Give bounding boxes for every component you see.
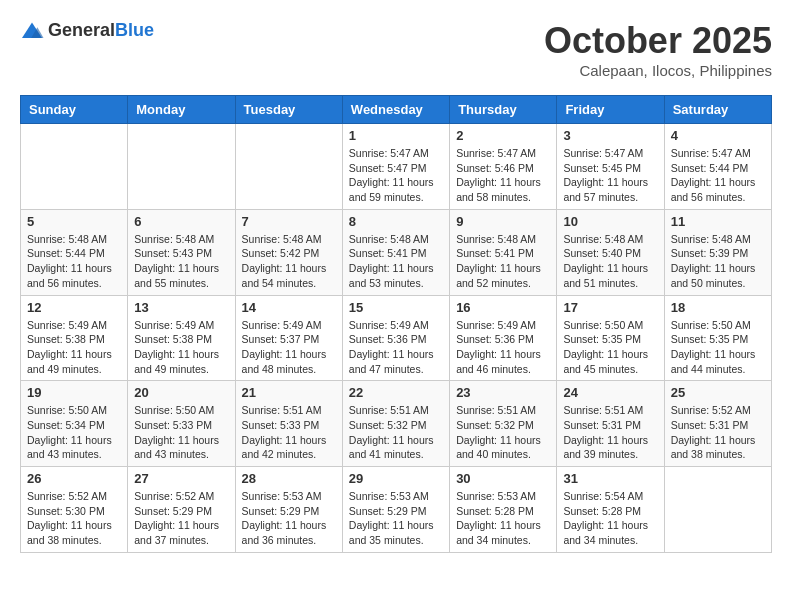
- day-info: Sunrise: 5:48 AM Sunset: 5:41 PM Dayligh…: [456, 232, 550, 291]
- day-info: Sunrise: 5:52 AM Sunset: 5:30 PM Dayligh…: [27, 489, 121, 548]
- calendar-cell: [664, 467, 771, 553]
- day-info: Sunrise: 5:47 AM Sunset: 5:45 PM Dayligh…: [563, 146, 657, 205]
- day-number: 11: [671, 214, 765, 229]
- week-row-4: 26Sunrise: 5:52 AM Sunset: 5:30 PM Dayli…: [21, 467, 772, 553]
- calendar-table: SundayMondayTuesdayWednesdayThursdayFrid…: [20, 95, 772, 553]
- weekday-wednesday: Wednesday: [342, 96, 449, 124]
- day-info: Sunrise: 5:52 AM Sunset: 5:29 PM Dayligh…: [134, 489, 228, 548]
- day-info: Sunrise: 5:49 AM Sunset: 5:36 PM Dayligh…: [456, 318, 550, 377]
- day-info: Sunrise: 5:48 AM Sunset: 5:41 PM Dayligh…: [349, 232, 443, 291]
- day-number: 29: [349, 471, 443, 486]
- calendar-cell: [235, 124, 342, 210]
- page-header: GeneralBlue October 2025 Calepaan, Iloco…: [20, 20, 772, 79]
- calendar-cell: 28Sunrise: 5:53 AM Sunset: 5:29 PM Dayli…: [235, 467, 342, 553]
- day-number: 26: [27, 471, 121, 486]
- day-number: 12: [27, 300, 121, 315]
- calendar-cell: 21Sunrise: 5:51 AM Sunset: 5:33 PM Dayli…: [235, 381, 342, 467]
- day-number: 23: [456, 385, 550, 400]
- calendar-cell: 25Sunrise: 5:52 AM Sunset: 5:31 PM Dayli…: [664, 381, 771, 467]
- day-number: 9: [456, 214, 550, 229]
- day-info: Sunrise: 5:47 AM Sunset: 5:46 PM Dayligh…: [456, 146, 550, 205]
- day-info: Sunrise: 5:51 AM Sunset: 5:32 PM Dayligh…: [349, 403, 443, 462]
- calendar-cell: 24Sunrise: 5:51 AM Sunset: 5:31 PM Dayli…: [557, 381, 664, 467]
- week-row-3: 19Sunrise: 5:50 AM Sunset: 5:34 PM Dayli…: [21, 381, 772, 467]
- calendar-cell: 20Sunrise: 5:50 AM Sunset: 5:33 PM Dayli…: [128, 381, 235, 467]
- day-info: Sunrise: 5:51 AM Sunset: 5:33 PM Dayligh…: [242, 403, 336, 462]
- day-number: 10: [563, 214, 657, 229]
- calendar-cell: 10Sunrise: 5:48 AM Sunset: 5:40 PM Dayli…: [557, 209, 664, 295]
- calendar-cell: 31Sunrise: 5:54 AM Sunset: 5:28 PM Dayli…: [557, 467, 664, 553]
- calendar-cell: 22Sunrise: 5:51 AM Sunset: 5:32 PM Dayli…: [342, 381, 449, 467]
- weekday-friday: Friday: [557, 96, 664, 124]
- calendar-cell: 23Sunrise: 5:51 AM Sunset: 5:32 PM Dayli…: [450, 381, 557, 467]
- day-info: Sunrise: 5:53 AM Sunset: 5:28 PM Dayligh…: [456, 489, 550, 548]
- calendar-cell: 15Sunrise: 5:49 AM Sunset: 5:36 PM Dayli…: [342, 295, 449, 381]
- day-number: 4: [671, 128, 765, 143]
- day-info: Sunrise: 5:48 AM Sunset: 5:39 PM Dayligh…: [671, 232, 765, 291]
- day-info: Sunrise: 5:47 AM Sunset: 5:44 PM Dayligh…: [671, 146, 765, 205]
- weekday-sunday: Sunday: [21, 96, 128, 124]
- calendar-cell: [128, 124, 235, 210]
- calendar-cell: 8Sunrise: 5:48 AM Sunset: 5:41 PM Daylig…: [342, 209, 449, 295]
- day-info: Sunrise: 5:47 AM Sunset: 5:47 PM Dayligh…: [349, 146, 443, 205]
- day-number: 13: [134, 300, 228, 315]
- day-number: 27: [134, 471, 228, 486]
- calendar-body: 1Sunrise: 5:47 AM Sunset: 5:47 PM Daylig…: [21, 124, 772, 553]
- day-info: Sunrise: 5:50 AM Sunset: 5:35 PM Dayligh…: [563, 318, 657, 377]
- calendar-cell: 16Sunrise: 5:49 AM Sunset: 5:36 PM Dayli…: [450, 295, 557, 381]
- calendar-cell: 29Sunrise: 5:53 AM Sunset: 5:29 PM Dayli…: [342, 467, 449, 553]
- day-number: 20: [134, 385, 228, 400]
- calendar-cell: 9Sunrise: 5:48 AM Sunset: 5:41 PM Daylig…: [450, 209, 557, 295]
- weekday-monday: Monday: [128, 96, 235, 124]
- calendar-cell: 5Sunrise: 5:48 AM Sunset: 5:44 PM Daylig…: [21, 209, 128, 295]
- day-number: 25: [671, 385, 765, 400]
- day-number: 28: [242, 471, 336, 486]
- day-number: 2: [456, 128, 550, 143]
- day-number: 17: [563, 300, 657, 315]
- day-info: Sunrise: 5:51 AM Sunset: 5:32 PM Dayligh…: [456, 403, 550, 462]
- day-info: Sunrise: 5:48 AM Sunset: 5:42 PM Dayligh…: [242, 232, 336, 291]
- calendar-cell: 7Sunrise: 5:48 AM Sunset: 5:42 PM Daylig…: [235, 209, 342, 295]
- day-number: 3: [563, 128, 657, 143]
- day-number: 6: [134, 214, 228, 229]
- calendar-cell: 2Sunrise: 5:47 AM Sunset: 5:46 PM Daylig…: [450, 124, 557, 210]
- day-info: Sunrise: 5:50 AM Sunset: 5:34 PM Dayligh…: [27, 403, 121, 462]
- calendar-cell: 14Sunrise: 5:49 AM Sunset: 5:37 PM Dayli…: [235, 295, 342, 381]
- day-info: Sunrise: 5:48 AM Sunset: 5:44 PM Dayligh…: [27, 232, 121, 291]
- calendar-cell: 3Sunrise: 5:47 AM Sunset: 5:45 PM Daylig…: [557, 124, 664, 210]
- day-number: 21: [242, 385, 336, 400]
- day-number: 8: [349, 214, 443, 229]
- calendar-cell: 30Sunrise: 5:53 AM Sunset: 5:28 PM Dayli…: [450, 467, 557, 553]
- calendar-cell: 12Sunrise: 5:49 AM Sunset: 5:38 PM Dayli…: [21, 295, 128, 381]
- calendar-cell: 11Sunrise: 5:48 AM Sunset: 5:39 PM Dayli…: [664, 209, 771, 295]
- day-info: Sunrise: 5:48 AM Sunset: 5:43 PM Dayligh…: [134, 232, 228, 291]
- day-number: 22: [349, 385, 443, 400]
- day-info: Sunrise: 5:54 AM Sunset: 5:28 PM Dayligh…: [563, 489, 657, 548]
- logo-blue: Blue: [115, 20, 154, 40]
- title-block: October 2025 Calepaan, Ilocos, Philippin…: [544, 20, 772, 79]
- calendar-cell: [21, 124, 128, 210]
- day-number: 18: [671, 300, 765, 315]
- week-row-1: 5Sunrise: 5:48 AM Sunset: 5:44 PM Daylig…: [21, 209, 772, 295]
- day-number: 31: [563, 471, 657, 486]
- day-info: Sunrise: 5:50 AM Sunset: 5:33 PM Dayligh…: [134, 403, 228, 462]
- day-info: Sunrise: 5:49 AM Sunset: 5:36 PM Dayligh…: [349, 318, 443, 377]
- day-info: Sunrise: 5:52 AM Sunset: 5:31 PM Dayligh…: [671, 403, 765, 462]
- day-number: 24: [563, 385, 657, 400]
- calendar-cell: 1Sunrise: 5:47 AM Sunset: 5:47 PM Daylig…: [342, 124, 449, 210]
- day-info: Sunrise: 5:51 AM Sunset: 5:31 PM Dayligh…: [563, 403, 657, 462]
- month-title: October 2025: [544, 20, 772, 62]
- calendar-cell: 6Sunrise: 5:48 AM Sunset: 5:43 PM Daylig…: [128, 209, 235, 295]
- day-info: Sunrise: 5:53 AM Sunset: 5:29 PM Dayligh…: [242, 489, 336, 548]
- day-number: 15: [349, 300, 443, 315]
- day-number: 14: [242, 300, 336, 315]
- calendar-cell: 27Sunrise: 5:52 AM Sunset: 5:29 PM Dayli…: [128, 467, 235, 553]
- day-info: Sunrise: 5:53 AM Sunset: 5:29 PM Dayligh…: [349, 489, 443, 548]
- logo: GeneralBlue: [20, 20, 154, 41]
- weekday-header-row: SundayMondayTuesdayWednesdayThursdayFrid…: [21, 96, 772, 124]
- day-number: 7: [242, 214, 336, 229]
- logo-general: General: [48, 20, 115, 40]
- calendar-cell: 17Sunrise: 5:50 AM Sunset: 5:35 PM Dayli…: [557, 295, 664, 381]
- day-info: Sunrise: 5:48 AM Sunset: 5:40 PM Dayligh…: [563, 232, 657, 291]
- location-subtitle: Calepaan, Ilocos, Philippines: [544, 62, 772, 79]
